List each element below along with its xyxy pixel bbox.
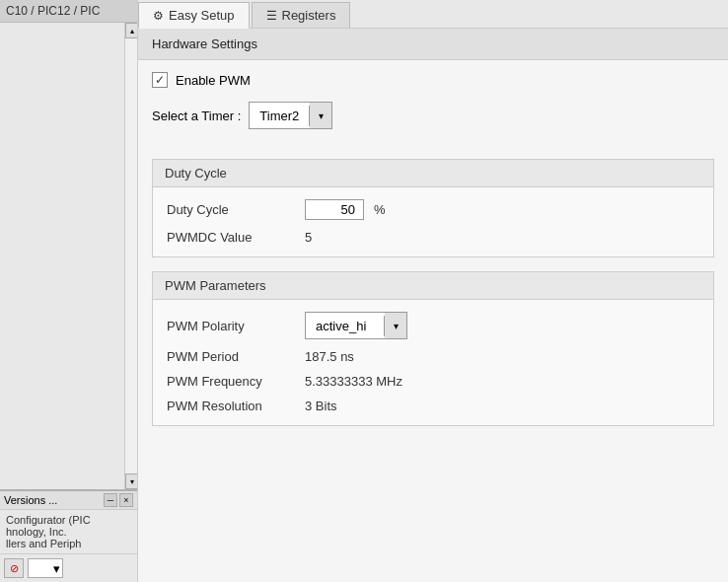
- versions-line-1: Configurator (PIC: [6, 514, 131, 526]
- pwm-parameters-content: PWM Polarity active_hi ▾ PWM Period 187.…: [153, 300, 713, 425]
- pwm-polarity-dropdown-arrow-icon[interactable]: ▾: [385, 313, 406, 338]
- pwm-resolution-label: PWM Resolution: [167, 399, 295, 413]
- enable-pwm-checkbox[interactable]: ✓: [152, 72, 168, 88]
- tab-bar: ⚙ Easy Setup ☰ Registers: [138, 0, 728, 29]
- scroll-track: [125, 38, 137, 473]
- pwm-frequency-label: PWM Frequency: [167, 374, 295, 389]
- pwm-polarity-dropdown[interactable]: active_hi ▾: [305, 312, 407, 339]
- versions-line-2: hnology, Inc.: [6, 526, 131, 538]
- pwm-parameters-group: PWM Parameters PWM Polarity active_hi ▾ …: [152, 271, 714, 426]
- duty-cycle-title: Duty Cycle: [153, 160, 713, 187]
- enable-pwm-row: ✓ Enable PWM: [152, 72, 714, 88]
- pwmdc-row: PWMDC Value 5: [167, 230, 699, 245]
- sidebar-title: C10 / PIC12 / PIC: [0, 0, 137, 23]
- checkmark-icon: ✓: [155, 73, 165, 87]
- timer-dropdown[interactable]: Timer2 ▾: [249, 102, 332, 129]
- tab-easy-setup-label: Easy Setup: [169, 8, 235, 23]
- enable-pwm-label: Enable PWM: [176, 73, 251, 88]
- versions-minimize-btn[interactable]: ─: [104, 493, 117, 507]
- tab-registers-label: Registers: [282, 8, 336, 23]
- sidebar-dropdown-arrow-icon: ▾: [53, 561, 60, 576]
- pwm-period-label: PWM Period: [167, 349, 295, 364]
- pwm-frequency-row: PWM Frequency 5.33333333 MHz: [167, 374, 699, 389]
- settings-area: ✓ Enable PWM Select a Timer : Timer2 ▾: [138, 60, 728, 159]
- pwm-resolution-row: PWM Resolution 3 Bits: [167, 399, 699, 413]
- duty-cycle-row: Duty Cycle %: [167, 199, 699, 220]
- pwm-period-row: PWM Period 187.5 ns: [167, 349, 699, 364]
- duty-cycle-label: Duty Cycle: [167, 202, 295, 217]
- sidebar-scroll-area: ▴ ▾: [0, 23, 137, 489]
- pwmdc-label: PWMDC Value: [167, 230, 295, 245]
- versions-panel-content: Configurator (PIC hnology, Inc. llers an…: [0, 510, 137, 553]
- duty-cycle-input[interactable]: [305, 199, 364, 220]
- sidebar-bottom-controls: ⊘ ▾: [0, 553, 137, 582]
- duty-cycle-unit: %: [374, 202, 386, 217]
- versions-panel: Versions ... ─ × Configurator (PIC hnolo…: [0, 489, 137, 553]
- scroll-up-btn[interactable]: ▴: [125, 23, 137, 38]
- main-area: ⚙ Easy Setup ☰ Registers Hardware Settin…: [138, 0, 728, 582]
- pwm-frequency-value: 5.33333333 MHz: [305, 374, 402, 389]
- pwm-polarity-row: PWM Polarity active_hi ▾: [167, 312, 699, 339]
- sidebar-scrollbar[interactable]: ▴ ▾: [124, 23, 137, 489]
- select-timer-row: Select a Timer : Timer2 ▾: [152, 102, 714, 129]
- pwm-polarity-label: PWM Polarity: [167, 319, 295, 333]
- left-sidebar: C10 / PIC12 / PIC ▴ ▾ Versions ... ─ × C…: [0, 0, 138, 582]
- timer-dropdown-arrow-icon[interactable]: ▾: [310, 103, 331, 128]
- duty-cycle-group: Duty Cycle Duty Cycle % PWMDC Value 5: [152, 159, 714, 257]
- versions-close-btn[interactable]: ×: [119, 493, 133, 507]
- stop-icon[interactable]: ⊘: [4, 558, 24, 578]
- versions-panel-header: Versions ... ─ ×: [0, 491, 137, 510]
- registers-icon: ☰: [266, 9, 277, 23]
- pwm-period-value: 187.5 ns: [305, 349, 354, 364]
- timer-value: Timer2: [250, 106, 310, 126]
- pwm-resolution-value: 3 Bits: [305, 399, 337, 413]
- pwm-parameters-title: PWM Parameters: [153, 272, 713, 300]
- hardware-settings-header: Hardware Settings: [138, 29, 728, 60]
- pwmdc-value: 5: [305, 230, 312, 245]
- versions-line-3: llers and Periph: [6, 538, 131, 549]
- tab-easy-setup[interactable]: ⚙ Easy Setup: [138, 2, 250, 29]
- gear-icon: ⚙: [153, 9, 164, 23]
- pwm-polarity-value: active_hi: [306, 316, 385, 336]
- sidebar-dropdown[interactable]: ▾: [28, 558, 63, 578]
- versions-tab-label: Versions ...: [4, 494, 57, 506]
- select-timer-label: Select a Timer :: [152, 109, 241, 123]
- content-area: Hardware Settings ✓ Enable PWM Select a …: [138, 29, 728, 582]
- duty-cycle-content: Duty Cycle % PWMDC Value 5: [153, 187, 713, 256]
- scroll-down-btn[interactable]: ▾: [125, 473, 137, 489]
- tab-registers[interactable]: ☰ Registers: [252, 2, 351, 28]
